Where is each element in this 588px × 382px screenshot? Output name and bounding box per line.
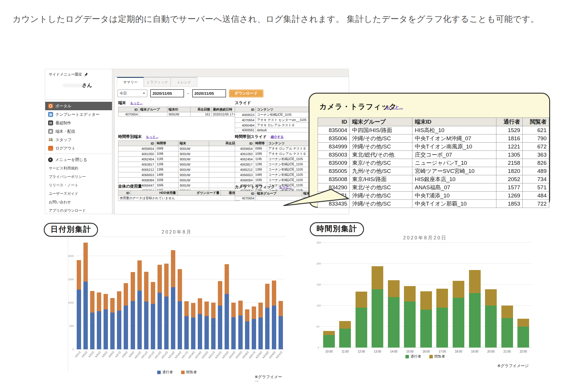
x-axis-tick-label: 21:00 xyxy=(499,348,515,353)
sidebar-item-portal[interactable]: ポータル xyxy=(45,102,112,110)
hourly-slide-title: 時間帯別スライド xyxy=(235,134,267,139)
table-cell: 東京/HIS/路面 xyxy=(350,175,412,183)
sidebar-pin-row[interactable]: サイドメニュー固定 xyxy=(49,72,88,77)
callout-tail xyxy=(281,188,351,208)
bar-segment-閲覧者 xyxy=(436,289,448,308)
bar-slot xyxy=(130,237,136,349)
sidebar-item-label: ログアウト xyxy=(55,146,76,151)
table-cell: 1853 xyxy=(496,200,523,208)
divider xyxy=(45,154,112,154)
table-row: 835006沖縄/その他/SC中央TイオンM沖縄_071816790 xyxy=(318,134,549,143)
sidebar-link[interactable]: プライバシーポリシー xyxy=(49,173,107,181)
y-axis-tick-label: 100 xyxy=(316,304,319,307)
sidebar-link[interactable]: リリース・ノート xyxy=(49,181,107,190)
y-axis-tick-label: 200 xyxy=(316,262,319,265)
sidebar-item-staff[interactable]: スタッフ xyxy=(45,136,112,144)
stacked-bar xyxy=(124,283,128,349)
sidebar-link[interactable]: サービス利用規約 xyxy=(49,164,107,173)
table-cell: 835004 xyxy=(318,126,350,134)
tab-サマリー[interactable]: サマリー xyxy=(117,77,144,87)
column-header: ID xyxy=(235,141,254,146)
table-row: 835005九州/その他/SC宮崎ツアーSVC宮崎_101820489 xyxy=(318,167,549,175)
camera-traffic-callout: カメラ・トラフィック もっと... ID端末グループ端末ID通行者閲覧者8350… xyxy=(309,93,550,208)
date-to-input[interactable]: 2020/11/05 xyxy=(192,89,226,97)
sidebar-link[interactable]: アプリのダウンロード xyxy=(49,206,107,215)
sidebar-item-template-editor[interactable]: ▦テンプレートエディター xyxy=(45,110,112,119)
x-axis-tick-label: 18:00 xyxy=(450,348,467,353)
table-cell: コーナン初稿試写_1105 xyxy=(267,157,314,162)
sidebar-item-device-delivery[interactable]: ▣端末・配信 xyxy=(45,127,112,136)
redacted-username xyxy=(63,84,83,87)
table-cell: . xyxy=(139,112,167,117)
y-axis-tick-label: 150 xyxy=(316,283,319,286)
table-cell: 484 xyxy=(523,192,549,200)
table-cell: 16時 xyxy=(155,183,178,188)
column-header: 再生回数 xyxy=(190,107,212,112)
bar-segment-閲覧者 xyxy=(279,301,283,316)
bar-segment-通行者 xyxy=(436,308,448,348)
sidebar-item-logout[interactable]: →ログアウト xyxy=(45,144,112,153)
callout-more-link[interactable]: もっと... xyxy=(386,105,403,110)
column-header: 閲覧者 xyxy=(523,118,549,126)
bar-segment-通行者 xyxy=(104,309,108,349)
tab-トラフィック[interactable]: トラフィック xyxy=(144,77,171,87)
bar-slot xyxy=(434,243,451,348)
period-select[interactable]: 今日 ▼ xyxy=(118,90,147,97)
legend-label: 閲覧者 xyxy=(435,354,445,359)
bar-slot xyxy=(370,243,386,348)
sidebar-link[interactable]: ユーザーズガイド xyxy=(49,190,107,198)
hourly-summary-chart: 2020年8月20日05010015020025010:0011:0012:00… xyxy=(316,230,534,379)
terminal-more-link[interactable]: もっと... xyxy=(130,101,143,105)
bar-slot xyxy=(203,237,210,349)
table-cell: 489 xyxy=(523,167,549,175)
stacked-bar xyxy=(184,301,189,349)
table-cell: ANAS福島_07 xyxy=(412,183,496,192)
bar-slot xyxy=(353,243,370,348)
period-value: 今日 xyxy=(120,91,127,96)
sidebar-item-program[interactable]: ▤番組制作 xyxy=(45,119,112,127)
bar-segment-通行者 xyxy=(231,317,236,349)
table-cell: 900UW xyxy=(178,162,209,167)
column-header: ID xyxy=(118,141,155,146)
x-axis-tick-label: 10:00 xyxy=(321,348,337,353)
bar-segment-閲覧者 xyxy=(97,292,101,311)
table-cell: 11時 xyxy=(155,157,178,162)
bar-slot xyxy=(82,237,89,349)
table-cell: 中央Tイオン南風原_10 xyxy=(412,143,496,151)
stacked-bar xyxy=(218,281,222,349)
tab-トレンド[interactable]: トレンド xyxy=(171,77,197,87)
bar-segment-通行者 xyxy=(117,311,121,349)
table-cell: 835006 xyxy=(318,134,350,143)
table-cell: 中四国/HIS/路面 xyxy=(350,126,412,134)
hourly-terminal-more-link[interactable]: もっと... xyxy=(146,135,158,139)
table-cell: コーナン初稿試写_1105 xyxy=(267,172,314,178)
hourly-slide-shrink-link[interactable]: 縮小する xyxy=(271,135,284,139)
portal-icon xyxy=(48,104,53,108)
bar-segment-通行者 xyxy=(388,297,400,348)
download-button[interactable]: ダウンロード xyxy=(229,90,263,97)
x-axis-tick-label: 8月2日 xyxy=(81,351,88,358)
bar-slot xyxy=(123,237,129,349)
stacked-bar xyxy=(178,269,182,349)
x-axis-labels: 8月1日8月2日8月3日8月4日8月5日8月6日8月7日8月8日8月9日8月10… xyxy=(76,350,284,366)
table-cell: HIS銀座本店_10 xyxy=(412,175,496,183)
sidebar-item-label: スタッフ xyxy=(55,137,71,143)
bar-slot xyxy=(386,243,402,348)
stacked-bar xyxy=(137,260,142,349)
table-cell: 4070654 xyxy=(235,196,256,201)
sidebar-item-close-menu[interactable]: ✕ メニューを閉じる xyxy=(45,155,118,164)
stacked-bar xyxy=(453,281,464,348)
stacked-bar xyxy=(245,309,249,349)
stacked-bar xyxy=(265,284,270,349)
table-cell: コーナン初稿試写_1105 xyxy=(267,162,314,167)
table-cell: 4063817 xyxy=(235,162,254,167)
stacked-bar xyxy=(164,264,169,349)
section-title-hourly-terminal: 時間帯別端末もっと... xyxy=(118,134,158,139)
legend: 通行者閲覧者 xyxy=(316,354,534,359)
x-axis-tick-label: 17:00 xyxy=(434,348,451,353)
sidebar-link[interactable]: お問い合わせ xyxy=(49,198,107,206)
table-header-row: ID時間帯端末再生回数 xyxy=(118,141,240,146)
date-from-input[interactable]: 2020/11/05 xyxy=(150,89,184,97)
column-header: HDD使用量 xyxy=(131,190,177,196)
bar-segment-通行者 xyxy=(178,301,182,349)
